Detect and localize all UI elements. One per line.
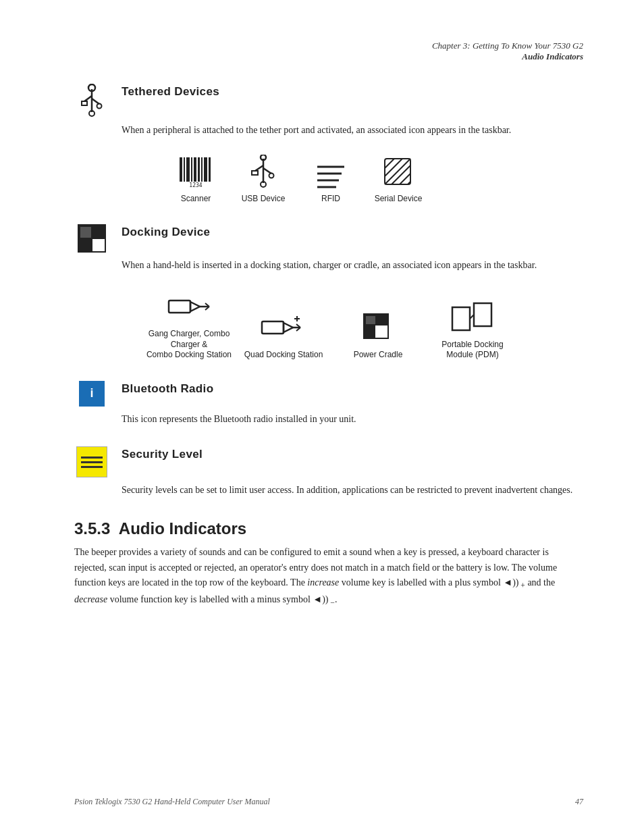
svg-rect-8 [184,157,185,182]
svg-marker-39 [190,302,200,311]
tethered-icons-row: 1234 Scanner [162,153,583,205]
svg-rect-52 [366,316,375,324]
security-icon [76,446,107,477]
svg-point-18 [261,155,266,160]
svg-rect-7 [180,157,182,182]
tethered-icon [74,82,109,118]
tethered-title: Tethered Devices [122,82,219,99]
scanner-icon-item: 1234 Scanner [162,153,230,205]
quad-dock-label: Quad Docking Station [244,350,323,361]
tether-svg-icon [79,84,105,118]
security-line-3 [81,466,103,468]
docking-text: When a hand-held is inserted in a dockin… [122,258,583,273]
header-line2: Audio Indicators [74,51,583,62]
gang-charger-icon-item: Gang Charger, Combo Charger &Combo Docki… [142,288,236,361]
svg-rect-13 [201,157,203,182]
svg-rect-43 [262,321,284,334]
usb-label: USB Device [242,194,286,205]
svg-line-2 [84,96,92,101]
quad-dock-icon-item: Quad Docking Station [236,309,331,361]
bluetooth-icon: i [79,381,105,407]
usb-icon-item: USB Device [230,153,297,205]
power-cradle-icon-item: Power Cradle [331,309,425,361]
audio-section-heading: 3.5.3 Audio Indicators [74,519,583,538]
pdm-icon [450,298,495,336]
rfid-icon [312,153,350,190]
rfid-label: RFID [321,194,340,205]
tethered-text: When a peripheral is attached to the tet… [122,123,583,138]
pdm-label: Portable DockingModule (PDM) [441,340,503,361]
svg-line-29 [385,159,394,168]
audio-section-title: Audio Indicators [119,519,246,538]
svg-point-22 [269,173,274,178]
page-header: Chapter 3: Getting To Know Your 7530 G2 … [74,41,583,62]
scanner-label: Scanner [181,194,211,205]
page: Chapter 3: Getting To Know Your 7530 G2 … [0,0,644,834]
svg-rect-36 [92,239,105,251]
serial-icon [379,153,417,190]
quad-dock-icon [261,309,306,346]
tethered-section: Tethered Devices When a peripheral is at… [74,82,583,204]
page-footer: Psion Teklogix 7530 G2 Hand-Held Compute… [0,797,644,807]
header-line1: Chapter 3: Getting To Know Your 7530 G2 [74,41,583,51]
scanner-icon: 1234 [177,153,215,190]
usb-icon [248,153,278,190]
security-line-1 [81,457,103,459]
rfid-icon-item: RFID [297,153,365,205]
docking-header: Docking Device [74,223,583,253]
serial-icon-item: Serial Device [365,153,432,205]
security-line-2 [81,461,103,463]
bluetooth-header: i Bluetooth Radio [74,380,583,407]
docking-title: Docking Device [122,223,210,239]
gang-charger-label: Gang Charger, Combo Charger &Combo Docki… [142,329,236,361]
audio-indicators-section: 3.5.3 Audio Indicators The beeper provid… [74,519,583,610]
svg-rect-37 [80,227,91,238]
audio-section-number: 3.5.3 [74,519,110,538]
svg-rect-10 [191,157,192,182]
power-cradle-icon [360,309,396,346]
bluetooth-section-icon: i [74,380,109,407]
tethered-body: When a peripheral is attached to the tet… [122,123,583,204]
svg-line-4 [92,99,99,104]
security-section: Security Level Security levels can be se… [74,445,583,498]
bluetooth-body: This icon represents the Bluetooth radio… [122,412,583,427]
svg-rect-12 [198,157,200,182]
bluetooth-text: This icon represents the Bluetooth radio… [122,412,583,427]
security-header: Security Level [74,445,583,477]
docking-section: Docking Device When a hand-held is inser… [74,223,583,360]
tethered-header: Tethered Devices [74,82,583,118]
security-title: Security Level [122,445,203,461]
svg-marker-44 [284,323,293,332]
svg-line-19 [255,165,263,171]
security-section-icon [74,445,109,477]
footer-right: 47 [575,797,583,807]
svg-rect-14 [204,157,207,182]
svg-rect-20 [252,171,258,175]
svg-point-5 [97,104,102,109]
power-cradle-label: Power Cradle [354,350,403,361]
svg-rect-15 [209,157,211,182]
docking-icons-row: Gang Charger, Combo Charger &Combo Docki… [142,288,583,361]
security-body: Security levels can be set to limit user… [122,483,583,498]
docking-body: When a hand-held is inserted in a dockin… [122,258,583,360]
svg-line-21 [263,168,271,174]
pdm-icon-item: Portable DockingModule (PDM) [425,298,520,361]
bluetooth-section: i Bluetooth Radio This icon represents t… [74,380,583,427]
bluetooth-title: Bluetooth Radio [122,380,213,396]
footer-left: Psion Teklogix 7530 G2 Hand-Held Compute… [74,797,270,807]
svg-line-30 [385,159,402,176]
serial-label: Serial Device [375,194,423,205]
svg-rect-54 [474,303,491,326]
docking-section-icon [74,223,109,253]
svg-rect-9 [186,157,190,182]
security-text: Security levels can be set to limit user… [122,483,583,498]
svg-rect-51 [375,325,387,338]
svg-rect-53 [452,307,470,330]
audio-body-text: The beeper provides a variety of sounds … [74,545,583,610]
svg-rect-38 [169,301,190,313]
svg-rect-11 [194,157,196,182]
gang-charger-icon [166,288,212,325]
svg-rect-3 [82,101,87,105]
svg-text:1234: 1234 [189,182,202,188]
